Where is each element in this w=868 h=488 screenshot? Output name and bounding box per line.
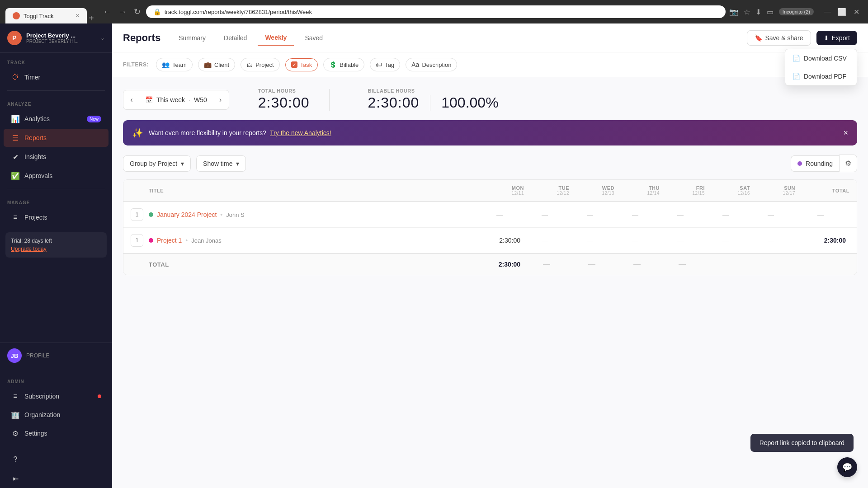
table-settings-button[interactable]: ⚙ <box>839 155 857 172</box>
total-mon: 2:30:00 <box>479 261 524 268</box>
show-time-button[interactable]: Show time ▾ <box>196 155 246 172</box>
upgrade-link[interactable]: Upgrade today <box>11 246 101 252</box>
refresh-btn[interactable]: ↻ <box>132 5 142 19</box>
maximize-btn[interactable]: ⬜ <box>835 5 848 18</box>
sidebar-item-help[interactable]: ? <box>4 450 108 469</box>
analytics-link[interactable]: Try the new Analytics! <box>270 129 331 136</box>
sidebar-profile[interactable]: JB PROFILE <box>0 343 112 368</box>
sidebar-item-timer[interactable]: ⏱ Timer <box>4 68 108 86</box>
sidebar-item-analytics-label: Analytics <box>24 115 50 122</box>
project-name-0[interactable]: January 2024 Project <box>157 211 217 218</box>
tablet-icon[interactable]: ▭ <box>767 8 774 16</box>
filter-tag[interactable]: 🏷 Tag <box>370 58 400 71</box>
pdf-label: Download PDF <box>804 73 846 80</box>
tab-saved[interactable]: Saved <box>297 31 330 45</box>
banner-close-btn[interactable]: × <box>843 128 848 138</box>
new-tab-btn[interactable]: + <box>89 13 94 23</box>
tab-close-btn[interactable]: × <box>75 12 80 20</box>
inner-divider <box>430 95 430 111</box>
sidebar-item-subscription[interactable]: ≡ Subscription <box>4 387 108 405</box>
billable-hours-value: 2:30:00 <box>368 94 419 111</box>
sidebar-item-approvals[interactable]: ✅ Approvals <box>4 167 108 185</box>
filter-project[interactable]: 🗂 Project <box>241 58 279 71</box>
sidebar-item-organization-label: Organization <box>24 411 60 418</box>
table-body: 1 January 2024 Project • John S — — — — … <box>123 202 857 253</box>
date-picker[interactable]: ‹ 📅 This week · W50 › <box>123 90 229 110</box>
billable-percent: 100.00% <box>441 94 498 111</box>
row-title-1: Project 1 • Jean Jonas <box>149 237 479 244</box>
group-by-button[interactable]: Group by Project ▾ <box>123 155 191 172</box>
sidebar: P Project Beverly ... PROJECT BEVERLY HI… <box>0 23 112 488</box>
star-icon[interactable]: ☆ <box>744 8 750 16</box>
workspace-chevron-icon[interactable]: ⌄ <box>100 35 105 41</box>
cell-tue-1: — <box>524 237 569 244</box>
back-btn[interactable]: ← <box>101 5 113 19</box>
project-name-1[interactable]: Project 1 <box>157 237 182 244</box>
team-filter-label: Team <box>172 61 187 68</box>
sidebar-item-organization[interactable]: 🏢 Organization <box>4 406 108 424</box>
report-table: TITLE MON 12/11 TUE 12/12 WED 12/13 THU <box>123 179 857 275</box>
camera-icon[interactable]: 📷 <box>729 8 738 16</box>
cell-total-1: 2:30:00 <box>795 237 849 244</box>
help-fab[interactable]: 💬 <box>837 457 857 477</box>
sidebar-item-settings[interactable]: ⚙ Settings <box>4 424 108 442</box>
sidebar-item-settings-label: Settings <box>24 430 47 437</box>
sidebar-item-insights[interactable]: ✔ Insights <box>4 148 108 166</box>
tab-detailed[interactable]: Detailed <box>217 31 254 45</box>
next-week-btn[interactable]: › <box>212 90 229 110</box>
browser-chrome: Toggl Track × + ← → ↻ 🔒 track.toggl.com/… <box>0 0 868 23</box>
address-bar[interactable]: 🔒 track.toggl.com/reports/weekly/7862831… <box>146 5 726 18</box>
table-header: TITLE MON 12/11 TUE 12/12 WED 12/13 THU <box>123 180 857 202</box>
filter-billable[interactable]: 💲 Billable <box>323 58 364 71</box>
tag-filter-icon: 🏷 <box>376 61 382 68</box>
sidebar-item-reports[interactable]: ☰ Reports <box>4 129 108 147</box>
stats-divider <box>329 89 330 111</box>
team-filter-icon: 👥 <box>162 61 170 68</box>
description-filter-label: Description <box>422 61 451 68</box>
sidebar-header[interactable]: P Project Beverly ... PROJECT BEVERLY HI… <box>0 23 112 53</box>
active-tab[interactable]: Toggl Track × <box>5 8 87 23</box>
filter-description[interactable]: Aa Description <box>406 58 457 71</box>
analytics-banner: ✨ Want even more flexibility in your rep… <box>123 120 857 145</box>
save-share-button[interactable]: 🔖 Save & share <box>747 30 811 46</box>
separator-1: • <box>185 237 188 244</box>
filter-task[interactable]: ✓ Task <box>285 58 318 71</box>
total-row-label: TOTAL <box>149 261 479 268</box>
prev-week-btn[interactable]: ‹ <box>123 90 140 110</box>
sidebar-item-analytics[interactable]: 📊 Analytics New <box>4 110 108 128</box>
tab-summary[interactable]: Summary <box>171 31 213 45</box>
content-area: ‹ 📅 This week · W50 › TOTAL HOURS 2:30:0… <box>112 77 868 488</box>
download-csv-item[interactable]: 📄 Download CSV <box>785 49 857 67</box>
close-btn[interactable]: ✕ <box>850 5 863 18</box>
total-tue: — <box>524 260 569 268</box>
cell-tue-0: — <box>524 211 569 218</box>
expand-btn-1[interactable]: 1 <box>131 234 143 247</box>
reports-icon: ☰ <box>11 133 20 142</box>
download-icon[interactable]: ⬇ <box>755 8 761 16</box>
filter-team[interactable]: 👥 Team <box>156 58 193 71</box>
cell-wed-1: — <box>569 237 614 244</box>
cell-fri-0: — <box>660 211 705 218</box>
filters-label: FILTERS: <box>123 61 149 68</box>
table-controls: Group by Project ▾ Show time ▾ Rounding … <box>123 155 857 172</box>
th-tue: TUE 12/12 <box>524 185 569 196</box>
row-expand-1[interactable]: 1 <box>131 234 149 247</box>
window-controls: — ⬜ ✕ <box>821 5 863 18</box>
tab-title: Toggl Track <box>24 13 53 19</box>
description-filter-icon: Aa <box>411 61 419 68</box>
row-expand-0[interactable]: 1 <box>131 208 149 221</box>
date-label[interactable]: 📅 This week · W50 <box>140 96 212 103</box>
sidebar-item-projects[interactable]: ≡ Projects <box>4 208 108 226</box>
expand-btn-0[interactable]: 1 <box>131 208 143 221</box>
rounding-button[interactable]: Rounding <box>791 155 839 172</box>
tab-weekly[interactable]: Weekly <box>258 30 294 46</box>
save-icon: 🔖 <box>755 34 762 42</box>
forward-btn[interactable]: → <box>117 5 128 19</box>
download-pdf-item[interactable]: 📄 Download PDF <box>785 67 857 85</box>
filter-client[interactable]: 💼 Client <box>198 58 235 71</box>
incognito-badge: Incognito (2) <box>779 8 814 15</box>
tab-favicon <box>13 12 20 19</box>
sidebar-collapse-btn[interactable]: ⇤ <box>4 469 108 488</box>
minimize-btn[interactable]: — <box>821 5 834 18</box>
export-button[interactable]: ⬇ Export <box>816 31 857 45</box>
